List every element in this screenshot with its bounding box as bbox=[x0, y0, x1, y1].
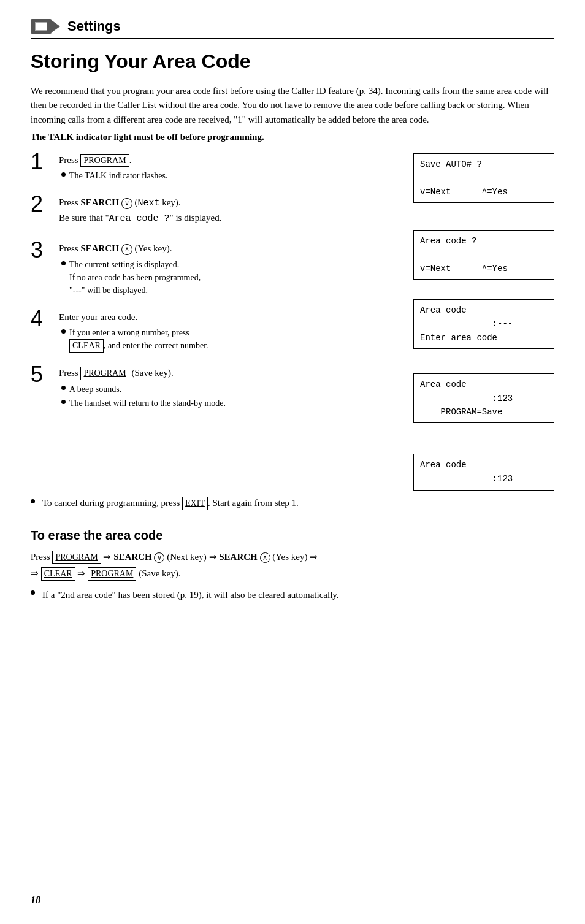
lcd-5: Area code :123 bbox=[413, 454, 554, 491]
search-up-icon-2: ∧ bbox=[260, 552, 270, 563]
step-content-1: Press PROGRAM. The TALK indicator flashe… bbox=[59, 153, 401, 183]
bullet-1 bbox=[61, 172, 66, 177]
step-content-3: Press SEARCH ∧ (Yes key). The current se… bbox=[59, 242, 401, 297]
step-2: 2 Press SEARCH ∨ (Next key). Be sure tha… bbox=[31, 196, 401, 228]
step-4: 4 Enter your area code. If you enter a w… bbox=[31, 310, 401, 353]
clear-key-2: CLEAR bbox=[41, 567, 75, 581]
step-main-2: Press SEARCH ∨ (Next key). Be sure that … bbox=[59, 196, 401, 226]
intro-bold-note: The TALK indicator light must be off bef… bbox=[31, 132, 554, 142]
erase-section: To erase the area code Press PROGRAM ⇒ S… bbox=[31, 529, 554, 602]
step-number-1: 1 bbox=[31, 151, 54, 173]
step-5: 5 Press PROGRAM (Save key). A beep sound… bbox=[31, 366, 401, 410]
program-key-1: PROGRAM bbox=[80, 154, 129, 167]
bullet-erase bbox=[31, 590, 35, 595]
step-content-4: Enter your area code. If you enter a wro… bbox=[59, 310, 401, 353]
step-note-1: The TALK indicator flashes. bbox=[61, 169, 401, 182]
clear-key-1: CLEAR bbox=[69, 339, 104, 353]
page-header: Settings bbox=[31, 18, 554, 34]
search-down-icon-2: ∨ bbox=[154, 552, 164, 563]
lcd-4: Area code :123 PROGRAM=Save bbox=[413, 373, 554, 423]
intro-paragraph: We recommend that you program your area … bbox=[31, 84, 554, 127]
step-note-4: If you enter a wrong number, press CLEAR… bbox=[61, 326, 401, 353]
bullet-5a bbox=[61, 386, 66, 390]
steps-area: 1 Press PROGRAM. The TALK indicator flas… bbox=[31, 153, 554, 491]
step-content-2: Press SEARCH ∨ (Next key). Be sure that … bbox=[59, 196, 401, 228]
settings-icon bbox=[31, 19, 60, 34]
bullet-cancel bbox=[31, 499, 35, 503]
settings-icon-wrap bbox=[31, 19, 60, 34]
bullet-4 bbox=[61, 329, 66, 334]
step-number-5: 5 bbox=[31, 364, 54, 386]
step-1: 1 Press PROGRAM. The TALK indicator flas… bbox=[31, 153, 401, 183]
lcd-2: Area code ? v=Next ^=Yes bbox=[413, 230, 554, 280]
erase-note: If a "2nd area code" has been stored (p.… bbox=[31, 588, 554, 602]
header-divider bbox=[31, 38, 554, 39]
search-down-icon: ∨ bbox=[121, 198, 132, 209]
erase-title: To erase the area code bbox=[31, 529, 554, 543]
lcd-1: Save AUTO# ? v=Next ^=Yes bbox=[413, 153, 554, 203]
step-main-4: Enter your area code. bbox=[59, 310, 401, 324]
step-note-5b: The handset will return to the stand-by … bbox=[61, 397, 401, 410]
step-main-1: Press PROGRAM. bbox=[59, 153, 401, 167]
steps-left: 1 Press PROGRAM. The TALK indicator flas… bbox=[31, 153, 413, 491]
page-number: 18 bbox=[31, 895, 40, 906]
step-main-5: Press PROGRAM (Save key). bbox=[59, 366, 401, 380]
main-title: Storing Your Area Code bbox=[31, 50, 554, 73]
program-key-4: PROGRAM bbox=[88, 567, 136, 581]
step-content-5: Press PROGRAM (Save key). A beep sounds.… bbox=[59, 366, 401, 410]
bullet-3a bbox=[61, 261, 66, 265]
step-number-3: 3 bbox=[31, 239, 54, 261]
step-3: 3 Press SEARCH ∧ (Yes key). The current … bbox=[31, 242, 401, 297]
erase-instruction: Press PROGRAM ⇒ SEARCH ∨ (Next key) ⇒ SE… bbox=[31, 549, 554, 582]
step-main-3: Press SEARCH ∧ (Yes key). bbox=[59, 242, 401, 256]
step-note-3a: The current setting is displayed. If no … bbox=[61, 258, 401, 297]
program-key-2: PROGRAM bbox=[80, 367, 129, 380]
page-title: Settings bbox=[67, 18, 121, 34]
exit-key: EXIT bbox=[182, 497, 208, 510]
lcd-displays: Save AUTO# ? v=Next ^=Yes Area code ? v=… bbox=[413, 153, 554, 491]
step-number-2: 2 bbox=[31, 193, 54, 215]
bullet-5b bbox=[61, 400, 66, 404]
search-up-icon: ∧ bbox=[121, 244, 132, 255]
step-number-4: 4 bbox=[31, 308, 54, 330]
step-note-5a: A beep sounds. bbox=[61, 383, 401, 395]
lcd-3: Area code :--- Enter area code bbox=[413, 299, 554, 349]
program-key-3: PROGRAM bbox=[52, 551, 101, 564]
cancel-note: To cancel during programming, press EXIT… bbox=[31, 497, 554, 510]
